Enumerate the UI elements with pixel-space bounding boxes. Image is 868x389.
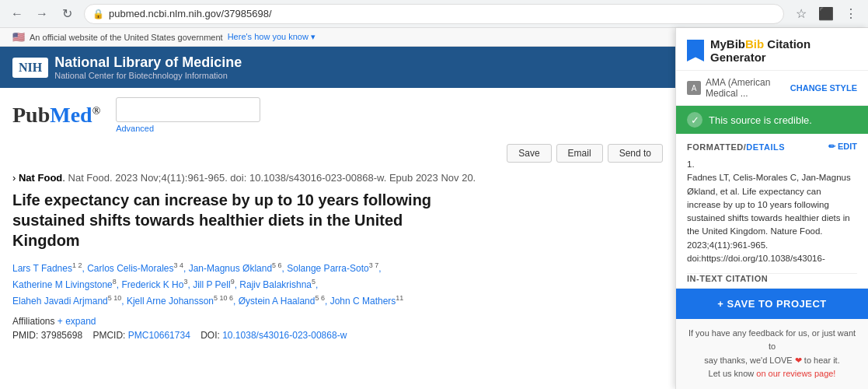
author-haaland[interactable]: Øystein A Haaland [239, 296, 315, 307]
pmid-line: PMID: 37985698 PMCID: PMC10661734 DOI: 1… [12, 330, 663, 341]
change-style-button[interactable]: CHANGE STYLE [790, 83, 857, 93]
mybib-bib: Bib [745, 37, 764, 51]
mybib-panel: MyBibBib Citation Generator A AMA (Ameri… [675, 28, 868, 389]
feedback-section: If you have any feedback for us, or just… [676, 319, 868, 389]
edit-button[interactable]: ✏ EDIT [828, 142, 857, 152]
author-arjmand[interactable]: Elaheh Javadi Arjmand [12, 296, 108, 307]
author-balakrishna[interactable]: Rajiv Balakrishna [239, 279, 312, 290]
mybib-title: MyBibBib Citation Generator [710, 37, 857, 64]
feedback-text-1: If you have any feedback for us, or just… [688, 328, 856, 352]
expand-link[interactable]: + expand [58, 316, 96, 327]
author-fadnes[interactable]: Lars T Fadnes [12, 263, 72, 274]
forward-button[interactable]: → [31, 3, 53, 25]
reload-button[interactable]: ↻ [56, 3, 78, 25]
feedback-heart: ❤ [795, 356, 802, 365]
heres-how-link[interactable]: Here's how you know ▾ [228, 32, 315, 42]
author-mathers[interactable]: John C Mathers [330, 296, 396, 307]
pmcid-label: PMCID: [92, 330, 127, 341]
citation-text: 1. Fadnes LT, Celis-Morales C, Jan-Magnu… [687, 158, 857, 265]
search-input[interactable] [116, 97, 260, 122]
main-content: 🇺🇸 An official website of the United Sta… [0, 28, 868, 389]
save-button[interactable]: Save [507, 144, 551, 163]
affiliations-label: Affiliations [12, 316, 54, 327]
pubmed-page: 🇺🇸 An official website of the United Sta… [0, 28, 675, 389]
browser-chrome: ← → ↻ 🔒 pubmed.ncbi.nlm.nih.gov/37985698… [0, 0, 868, 28]
author-celis[interactable]: Carlos Celis-Morales [87, 263, 173, 274]
mybib-header: MyBibBib Citation Generator [676, 28, 868, 71]
affiliations-line: Affiliations + expand [12, 316, 663, 327]
feedback-text-3: to hear it. [804, 356, 840, 365]
mybib-bookmark-icon [687, 40, 704, 61]
logo-med: Med [50, 103, 92, 127]
nlm-header: NIH National Library of Medicine Nationa… [0, 47, 675, 88]
feedback-text-2: say thanks, we'd LOVE [704, 356, 792, 365]
doi-link[interactable]: 10.1038/s43016-023-00868-w [222, 330, 347, 341]
feedback-text-4: Let us know [709, 369, 755, 378]
citation-body: Fadnes LT, Celis-Morales C, Jan-Magnus Ø… [687, 173, 851, 263]
style-text: AMA (American Medical ... [706, 77, 786, 99]
logo-pub: Pub [12, 103, 50, 127]
star-button[interactable]: ☆ [790, 3, 812, 25]
address-bar[interactable]: 🔒 pubmed.ncbi.nlm.nih.gov/37985698/ [84, 4, 784, 24]
article-title: Life expectancy can increase by up to 10… [12, 190, 448, 251]
advanced-link[interactable]: Advanced [116, 124, 260, 133]
pubmed-logo-area: PubMed® Advanced [0, 88, 675, 138]
article-content: › Nat Food. Nat Food. 2023 Nov;4(11):961… [0, 169, 675, 353]
back-button[interactable]: ← [6, 3, 28, 25]
nih-logo: NIH National Library of Medicine Nationa… [12, 54, 242, 80]
menu-button[interactable]: ⋮ [840, 3, 862, 25]
formatted-section: FORMATTED/DETAILS ✏ EDIT 1. Fadnes LT, C… [676, 134, 868, 289]
author-parra[interactable]: Solange Parra-Soto [287, 263, 368, 274]
gov-banner-text: An official website of the United States… [30, 33, 223, 42]
citation-number: 1. [687, 159, 695, 169]
author-pell[interactable]: Jill P Pell [193, 279, 230, 290]
mybib-name: MyBib [710, 37, 745, 51]
pubmed-logo: PubMed® [12, 103, 100, 128]
credible-banner: ✓ This source is credible. [676, 106, 868, 134]
formatted-label: FORMATTED/DETAILS [687, 142, 785, 152]
reviews-link[interactable]: on our reviews page! [756, 369, 835, 378]
journal-citation: › Nat Food. Nat Food. 2023 Nov;4(11):961… [12, 172, 476, 184]
details-link[interactable]: DETAILS [746, 142, 785, 152]
author-okland[interactable]: Jan-Magnus Økland [189, 263, 272, 274]
flag-icon: 🇺🇸 [12, 31, 25, 43]
author-livingstone[interactable]: Katherine M Livingstone [12, 279, 113, 290]
author-johansson[interactable]: Kjell Arne Johansson [127, 296, 214, 307]
browser-actions: ☆ ⬛ ⋮ [790, 3, 862, 25]
logo-reg: ® [92, 105, 100, 117]
gov-banner: 🇺🇸 An official website of the United Sta… [0, 28, 675, 47]
doi-label: DOI: [200, 330, 222, 341]
pmid: PMID: 37985698 [12, 330, 82, 341]
pmcid-link[interactable]: PMC10661734 [128, 330, 190, 341]
nlm-primary: National Library of Medicine [54, 54, 242, 71]
in-text-label: IN-TEXT CITATION [687, 274, 857, 283]
url-text: pubmed.ncbi.nlm.nih.gov/37985698/ [109, 8, 272, 19]
article-authors: Lars T Fadnes1 2, Carlos Celis-Morales3 … [12, 260, 448, 310]
citation-style-row: A AMA (American Medical ... CHANGE STYLE [676, 71, 868, 106]
send-button[interactable]: Send to [608, 144, 663, 163]
save-to-project-button[interactable]: + SAVE TO PROJECT [676, 289, 868, 319]
search-area: Advanced [116, 97, 260, 133]
nlm-text: National Library of Medicine National Ce… [54, 54, 242, 80]
lock-icon: 🔒 [92, 9, 104, 19]
credible-text: This source is credible. [709, 114, 812, 126]
email-button[interactable]: Email [556, 144, 603, 163]
style-icon: A [687, 81, 701, 95]
nlm-secondary: National Center for Biotechnology Inform… [54, 71, 242, 80]
credible-check-icon: ✓ [687, 112, 702, 128]
nav-buttons: ← → ↻ [6, 3, 78, 25]
author-ho[interactable]: Frederick K Ho [121, 279, 183, 290]
nih-badge: NIH [12, 58, 48, 78]
extensions-button[interactable]: ⬛ [815, 3, 837, 25]
article-journal: › Nat Food. Nat Food. 2023 Nov;4(11):961… [12, 172, 663, 184]
article-actions: Save Email Send to [0, 138, 675, 169]
formatted-header: FORMATTED/DETAILS ✏ EDIT [687, 142, 857, 152]
